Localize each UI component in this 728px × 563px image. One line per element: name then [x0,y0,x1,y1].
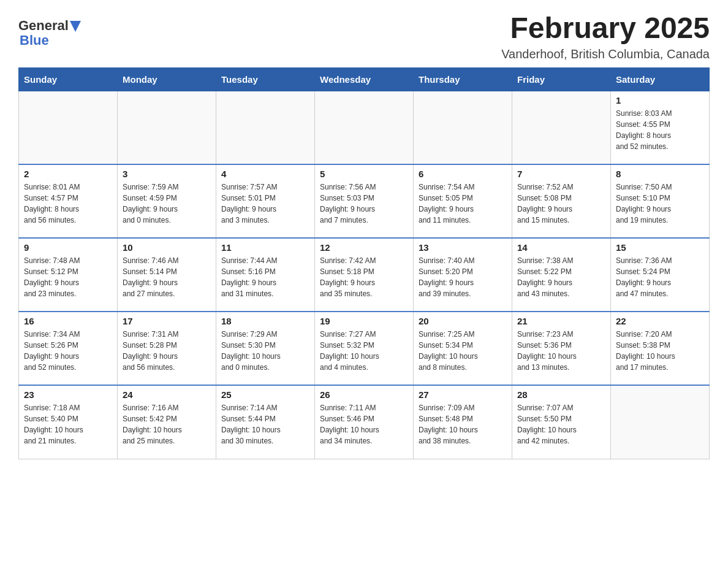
day-header-thursday: Thursday [414,67,512,91]
day-info: Sunrise: 7:57 AMSunset: 5:01 PMDaylight:… [221,182,309,226]
day-number: 7 [517,169,605,179]
day-info: Sunrise: 7:59 AMSunset: 4:59 PMDaylight:… [123,182,211,226]
day-cell: 8Sunrise: 7:50 AMSunset: 5:10 PMDaylight… [611,164,710,238]
day-info: Sunrise: 7:48 AMSunset: 5:12 PMDaylight:… [24,255,112,299]
day-info: Sunrise: 7:46 AMSunset: 5:14 PMDaylight:… [123,255,211,299]
day-info: Sunrise: 8:01 AMSunset: 4:57 PMDaylight:… [24,182,112,226]
day-info: Sunrise: 7:16 AMSunset: 5:42 PMDaylight:… [123,402,211,446]
day-cell [512,91,611,164]
day-info: Sunrise: 7:11 AMSunset: 5:46 PMDaylight:… [320,402,408,446]
day-number: 28 [517,389,605,400]
week-row-1: 1Sunrise: 8:03 AMSunset: 4:55 PMDaylight… [19,91,710,164]
day-info: Sunrise: 7:29 AMSunset: 5:30 PMDaylight:… [221,329,309,373]
day-number: 16 [24,316,112,326]
day-cell [315,91,414,164]
day-cell: 14Sunrise: 7:38 AMSunset: 5:22 PMDayligh… [512,238,611,312]
day-info: Sunrise: 7:56 AMSunset: 5:03 PMDaylight:… [320,182,408,226]
day-header-saturday: Saturday [611,67,710,91]
day-cell: 15Sunrise: 7:36 AMSunset: 5:24 PMDayligh… [611,238,710,312]
day-number: 10 [123,242,211,253]
day-info: Sunrise: 7:23 AMSunset: 5:36 PMDaylight:… [517,329,605,373]
day-cell: 28Sunrise: 7:07 AMSunset: 5:50 PMDayligh… [512,385,611,459]
day-number: 24 [123,389,211,400]
day-info: Sunrise: 7:50 AMSunset: 5:10 PMDaylight:… [616,182,704,226]
day-cell: 23Sunrise: 7:18 AMSunset: 5:40 PMDayligh… [19,385,118,459]
svg-marker-0 [70,21,81,32]
day-number: 20 [419,316,507,326]
day-info: Sunrise: 7:20 AMSunset: 5:38 PMDaylight:… [616,329,704,373]
day-info: Sunrise: 7:44 AMSunset: 5:16 PMDaylight:… [221,255,309,299]
day-number: 1 [616,95,704,105]
day-cell: 25Sunrise: 7:14 AMSunset: 5:44 PMDayligh… [216,385,315,459]
day-number: 4 [221,169,309,179]
day-number: 2 [24,169,112,179]
day-info: Sunrise: 7:40 AMSunset: 5:20 PMDaylight:… [419,255,507,299]
day-cell [414,91,512,164]
day-cell: 4Sunrise: 7:57 AMSunset: 5:01 PMDaylight… [216,164,315,238]
day-cell: 16Sunrise: 7:34 AMSunset: 5:26 PMDayligh… [19,312,118,385]
day-cell [118,91,216,164]
day-number: 5 [320,169,408,179]
week-row-4: 16Sunrise: 7:34 AMSunset: 5:26 PMDayligh… [19,312,710,385]
title-section: February 2025 Vanderhoof, British Columb… [501,12,710,61]
logo-text-blue: Blue [20,33,81,48]
day-number: 23 [24,389,112,400]
day-number: 6 [419,169,507,179]
page-title: February 2025 [501,12,710,45]
day-cell: 22Sunrise: 7:20 AMSunset: 5:38 PMDayligh… [611,312,710,385]
day-number: 22 [616,316,704,326]
day-cell: 12Sunrise: 7:42 AMSunset: 5:18 PMDayligh… [315,238,414,312]
day-cell: 17Sunrise: 7:31 AMSunset: 5:28 PMDayligh… [118,312,216,385]
day-cell: 18Sunrise: 7:29 AMSunset: 5:30 PMDayligh… [216,312,315,385]
day-header-friday: Friday [512,67,611,91]
day-number: 17 [123,316,211,326]
calendar-header: SundayMondayTuesdayWednesdayThursdayFrid… [19,67,710,91]
page-header: General Blue February 2025 Vanderhoof, B… [18,12,710,61]
day-cell: 27Sunrise: 7:09 AMSunset: 5:48 PMDayligh… [414,385,512,459]
day-number: 14 [517,242,605,253]
day-cell: 21Sunrise: 7:23 AMSunset: 5:36 PMDayligh… [512,312,611,385]
calendar-body: 1Sunrise: 8:03 AMSunset: 4:55 PMDaylight… [19,91,710,459]
day-info: Sunrise: 7:09 AMSunset: 5:48 PMDaylight:… [419,402,507,446]
logo: General Blue [18,18,81,48]
day-cell: 7Sunrise: 7:52 AMSunset: 5:08 PMDaylight… [512,164,611,238]
week-row-5: 23Sunrise: 7:18 AMSunset: 5:40 PMDayligh… [19,385,710,459]
day-number: 27 [419,389,507,400]
day-header-monday: Monday [118,67,216,91]
day-info: Sunrise: 7:07 AMSunset: 5:50 PMDaylight:… [517,402,605,446]
day-header-wednesday: Wednesday [315,67,414,91]
day-cell: 13Sunrise: 7:40 AMSunset: 5:20 PMDayligh… [414,238,512,312]
day-cell: 9Sunrise: 7:48 AMSunset: 5:12 PMDaylight… [19,238,118,312]
day-cell [611,385,710,459]
day-info: Sunrise: 7:54 AMSunset: 5:05 PMDaylight:… [419,182,507,226]
page-subtitle: Vanderhoof, British Columbia, Canada [501,47,710,61]
day-number: 13 [419,242,507,253]
day-cell: 6Sunrise: 7:54 AMSunset: 5:05 PMDaylight… [414,164,512,238]
day-info: Sunrise: 7:52 AMSunset: 5:08 PMDaylight:… [517,182,605,226]
day-number: 15 [616,242,704,253]
day-info: Sunrise: 7:18 AMSunset: 5:40 PMDaylight:… [24,402,112,446]
day-cell: 10Sunrise: 7:46 AMSunset: 5:14 PMDayligh… [118,238,216,312]
day-number: 11 [221,242,309,253]
day-cell: 11Sunrise: 7:44 AMSunset: 5:16 PMDayligh… [216,238,315,312]
day-header-sunday: Sunday [19,67,118,91]
calendar-table: SundayMondayTuesdayWednesdayThursdayFrid… [18,67,710,459]
day-cell: 26Sunrise: 7:11 AMSunset: 5:46 PMDayligh… [315,385,414,459]
day-header-tuesday: Tuesday [216,67,315,91]
day-cell: 3Sunrise: 7:59 AMSunset: 4:59 PMDaylight… [118,164,216,238]
week-row-2: 2Sunrise: 8:01 AMSunset: 4:57 PMDaylight… [19,164,710,238]
logo-text-general: General [18,18,69,33]
logo-arrow-icon [70,21,81,32]
day-cell: 1Sunrise: 8:03 AMSunset: 4:55 PMDaylight… [611,91,710,164]
day-cell [19,91,118,164]
day-number: 3 [123,169,211,179]
week-row-3: 9Sunrise: 7:48 AMSunset: 5:12 PMDaylight… [19,238,710,312]
day-number: 12 [320,242,408,253]
day-number: 19 [320,316,408,326]
day-number: 8 [616,169,704,179]
day-number: 21 [517,316,605,326]
day-info: Sunrise: 8:03 AMSunset: 4:55 PMDaylight:… [616,108,704,152]
day-number: 25 [221,389,309,400]
day-number: 9 [24,242,112,253]
days-of-week-row: SundayMondayTuesdayWednesdayThursdayFrid… [19,67,710,91]
